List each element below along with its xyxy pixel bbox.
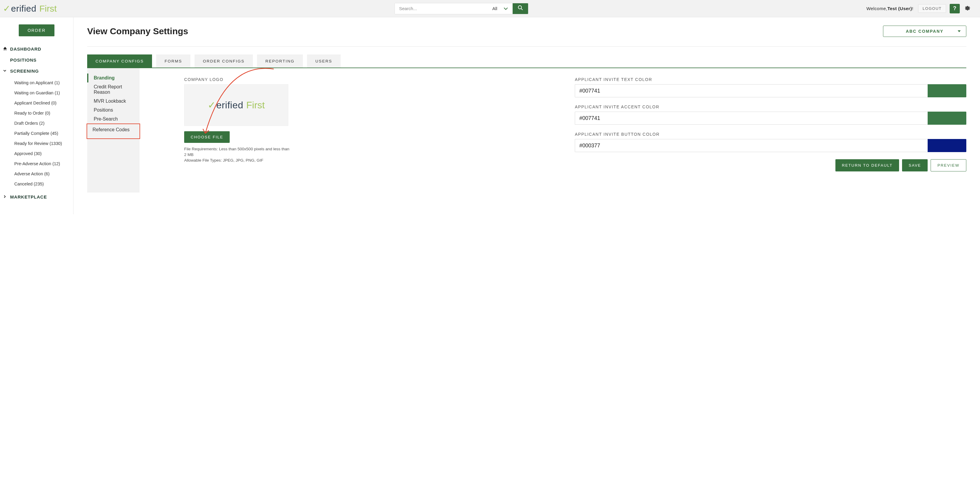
preview-button[interactable]: PREVIEW: [931, 159, 966, 172]
divider: [87, 46, 966, 47]
svg-point-0: [518, 6, 522, 9]
page-title: View Company Settings: [87, 26, 188, 36]
settings-button[interactable]: [963, 3, 972, 13]
sub-item-pre-adverse-action[interactable]: Pre-Adverse Action (12): [0, 159, 73, 169]
nav-label: DASHBOARD: [10, 46, 41, 51]
company-selector[interactable]: ABC COMPANY: [883, 25, 966, 37]
accent-color-input[interactable]: [575, 111, 928, 125]
chevron-down-icon: [504, 6, 508, 11]
screening-sublist: Waiting on Applicant (1) Waiting on Guar…: [0, 78, 73, 189]
logo-swoosh-icon: ✓: [3, 3, 10, 14]
topbar-right: Welcome,Test (User)! LOGOUT ?: [866, 3, 972, 13]
global-search: All: [395, 3, 528, 14]
nav-label: SCREENING: [10, 68, 39, 73]
tab-users[interactable]: USERS: [307, 54, 340, 68]
svg-line-1: [521, 9, 523, 10]
company-logo-preview: ✓erified First: [184, 84, 288, 126]
sub-item-ready-for-review[interactable]: Ready for Review (1330): [0, 138, 73, 148]
subtab-branding[interactable]: Branding: [87, 73, 140, 83]
accent-color-label: APPLICANT INVITE ACCENT COLOR: [575, 105, 966, 109]
text-color-swatch[interactable]: [928, 84, 966, 97]
accent-color-swatch[interactable]: [928, 111, 966, 125]
tab-company-configs[interactable]: COMPANY CONFIGS: [87, 54, 152, 68]
subtab-list: Branding Credit Report Reason MVR Lookba…: [87, 68, 140, 193]
sub-item-canceled[interactable]: Canceled (235): [0, 179, 73, 189]
sub-item-waiting-applicant[interactable]: Waiting on Applicant (1): [0, 78, 73, 88]
text-color-label: APPLICANT INVITE TEXT COLOR: [575, 77, 966, 82]
home-icon: [3, 46, 7, 51]
sidebar: ORDER DASHBOARD POSITIONS SCREENING Wait…: [0, 17, 73, 214]
nav-label: MARKETPLACE: [10, 194, 47, 199]
company-logo-label: COMPANY LOGO: [184, 77, 557, 82]
logo-swoosh-icon: ✓: [208, 99, 216, 111]
return-to-default-button[interactable]: RETURN TO DEFAULT: [835, 159, 899, 172]
subtab-credit-report-reason[interactable]: Credit Report Reason: [87, 83, 140, 97]
tab-order-configs[interactable]: ORDER CONFIGS: [194, 54, 253, 68]
button-color-label: APPLICANT INVITE BUTTON COLOR: [575, 132, 966, 137]
nav-positions[interactable]: POSITIONS: [0, 54, 73, 65]
search-input[interactable]: [395, 3, 487, 14]
gear-icon: [964, 5, 970, 12]
nav-marketplace[interactable]: MARKETPLACE: [0, 191, 73, 202]
tab-strip: COMPANY CONFIGS FORMS ORDER CONFIGS REPO…: [87, 54, 966, 68]
tab-forms[interactable]: FORMS: [156, 54, 190, 68]
topbar: ✓erified First All Welcome,Test (User)! …: [0, 0, 980, 17]
sub-item-adverse-action[interactable]: Adverse Action (6): [0, 169, 73, 179]
text-color-input[interactable]: [575, 84, 928, 97]
logout-button[interactable]: LOGOUT: [918, 4, 946, 13]
logo-first: First: [39, 3, 57, 14]
subtab-positions[interactable]: Positions: [87, 106, 140, 115]
choose-file-button[interactable]: CHOOSE FILE: [184, 131, 230, 143]
search-category-dropdown[interactable]: All: [487, 3, 513, 14]
help-icon: ?: [953, 5, 956, 12]
nav-dashboard[interactable]: DASHBOARD: [0, 43, 73, 54]
main-content: View Company Settings ABC COMPANY COMPAN…: [73, 17, 980, 214]
chevron-right-icon: [3, 195, 6, 199]
sub-item-partially-complete[interactable]: Partially Complete (45): [0, 128, 73, 138]
caret-down-icon: [957, 29, 961, 33]
subtab-mvr-lookback[interactable]: MVR Lookback: [87, 97, 140, 106]
search-icon: [518, 5, 523, 12]
subtab-reference-codes[interactable]: Reference Codes: [87, 124, 140, 139]
company-selector-label: ABC COMPANY: [906, 29, 944, 33]
file-requirements-line2: Allowable File Types: JPEG, JPG, PNG, GI…: [184, 158, 291, 163]
search-button[interactable]: [512, 3, 528, 14]
save-button[interactable]: SAVE: [902, 159, 928, 172]
tab-reporting[interactable]: REPORTING: [257, 54, 303, 68]
nav-screening[interactable]: SCREENING: [0, 65, 73, 76]
order-button[interactable]: ORDER: [19, 24, 55, 36]
button-color-input[interactable]: [575, 139, 928, 152]
sub-item-ready-to-order[interactable]: Ready to Order (0): [0, 108, 73, 118]
sub-item-approved[interactable]: Approved (30): [0, 148, 73, 159]
branding-panel: COMPANY LOGO ✓erified First CHOOSE FILE …: [140, 68, 966, 172]
sub-item-draft-orders[interactable]: Draft Orders (2): [0, 118, 73, 128]
chevron-down-icon: [3, 69, 6, 73]
search-category-label: All: [492, 6, 498, 11]
sub-item-applicant-declined[interactable]: Applicant Declined (0): [0, 98, 73, 108]
help-button[interactable]: ?: [950, 4, 960, 13]
welcome-text: Welcome,Test (User)!: [866, 6, 913, 11]
nav-label: POSITIONS: [10, 57, 37, 62]
logo-in-preview: ✓erified First: [208, 99, 265, 111]
logo-verified: erified: [11, 3, 36, 14]
brand-logo: ✓erified First: [3, 3, 57, 14]
file-requirements-line1: File Requirements: Less than 500x500 pix…: [184, 146, 291, 158]
subtab-pre-search[interactable]: Pre-Search: [87, 115, 140, 124]
sub-item-waiting-guardian[interactable]: Waiting on Guardian (1): [0, 88, 73, 98]
button-color-swatch[interactable]: [928, 139, 966, 152]
